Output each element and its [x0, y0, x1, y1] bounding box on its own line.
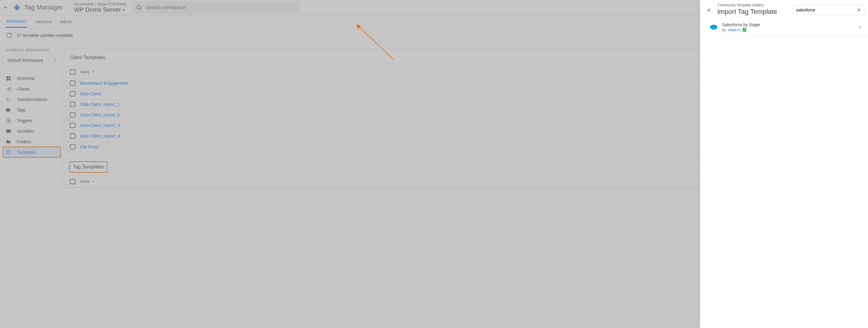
panel-header: Community Template Gallery Import Tag Te…: [700, 0, 868, 19]
panel-overline: Community Template Gallery: [717, 3, 789, 7]
close-icon: [856, 7, 862, 13]
close-button[interactable]: [704, 5, 714, 16]
template-search[interactable]: [793, 5, 864, 15]
clear-search-button[interactable]: [856, 7, 862, 13]
result-subtitle: by stape-io: [722, 28, 858, 32]
salesforce-logo-icon: sf: [710, 23, 718, 31]
result-main: Salesforce by Stape by stape-io: [722, 22, 858, 32]
template-result-row[interactable]: sf Salesforce by Stape by stape-io: [717, 19, 868, 36]
panel-title: Import Tag Template: [717, 8, 789, 16]
svg-text:sf: sf: [713, 27, 715, 28]
chevron-right-icon: [858, 25, 863, 30]
close-icon: [706, 7, 712, 13]
result-title: Salesforce by Stape: [722, 22, 858, 27]
import-template-panel: Community Template Gallery Import Tag Te…: [700, 0, 868, 328]
by-prefix: by: [722, 28, 726, 32]
verified-badge-icon: [742, 28, 747, 32]
template-search-input[interactable]: [796, 7, 856, 12]
result-org[interactable]: stape-io: [728, 28, 741, 32]
